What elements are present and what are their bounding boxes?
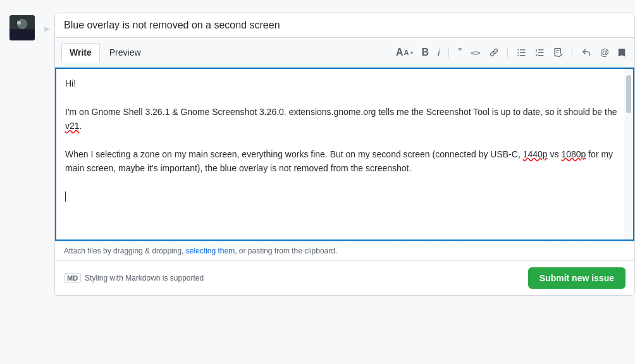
svg-point-3 bbox=[17, 21, 21, 25]
task-list-icon[interactable] bbox=[551, 47, 565, 58]
bookmark-icon[interactable] bbox=[615, 47, 628, 58]
markdown-icon: MD bbox=[64, 273, 81, 283]
text-area-wrapper: Hi! I'm on Gnome Shell 3.26.1 & Gnome Sc… bbox=[55, 68, 634, 241]
separator-3 bbox=[572, 47, 572, 58]
markdown-hint: MD Styling with Markdown is supported bbox=[64, 273, 204, 283]
scrollbar-track[interactable] bbox=[624, 69, 633, 240]
code-icon[interactable]: <> bbox=[468, 47, 483, 59]
ordered-list-icon[interactable] bbox=[533, 47, 547, 58]
issue-body-textarea[interactable]: Hi! I'm on Gnome Shell 3.26.1 & Gnome Sc… bbox=[56, 69, 633, 240]
issue-form: Write Preview AA▾ B i " <> bbox=[54, 13, 635, 296]
issue-title-input[interactable] bbox=[55, 13, 634, 38]
text-size-icon[interactable]: AA▾ bbox=[393, 46, 416, 59]
toolbar-icons: AA▾ B i " <> bbox=[393, 46, 628, 59]
connector-arrow: ▸ bbox=[44, 13, 54, 35]
italic-icon[interactable]: i bbox=[435, 46, 442, 59]
tab-toolbar: Write Preview AA▾ B i " <> bbox=[55, 38, 634, 68]
tab-write[interactable]: Write bbox=[61, 43, 100, 62]
tabs: Write Preview bbox=[61, 43, 151, 62]
editor-area: Write Preview AA▾ B i " <> bbox=[55, 38, 634, 260]
reply-icon[interactable] bbox=[579, 47, 594, 58]
footer-row: MD Styling with Markdown is supported Su… bbox=[55, 260, 634, 295]
scrollbar-thumb[interactable] bbox=[626, 75, 631, 113]
attach-bar: Attach files by dragging & dropping, sel… bbox=[55, 241, 634, 260]
unordered-list-icon[interactable] bbox=[514, 47, 529, 58]
svg-rect-4 bbox=[9, 29, 35, 40]
bold-icon[interactable]: B bbox=[419, 46, 432, 59]
select-files-link[interactable]: selecting them bbox=[186, 246, 235, 255]
submit-issue-button[interactable]: Submit new issue bbox=[528, 267, 626, 289]
separator-2 bbox=[507, 47, 508, 58]
mention-icon[interactable]: @ bbox=[598, 46, 612, 59]
user-avatar bbox=[9, 15, 35, 40]
separator-1 bbox=[448, 47, 449, 58]
quote-icon[interactable]: " bbox=[455, 46, 464, 59]
tab-preview[interactable]: Preview bbox=[101, 43, 149, 62]
link-icon[interactable] bbox=[487, 47, 501, 58]
